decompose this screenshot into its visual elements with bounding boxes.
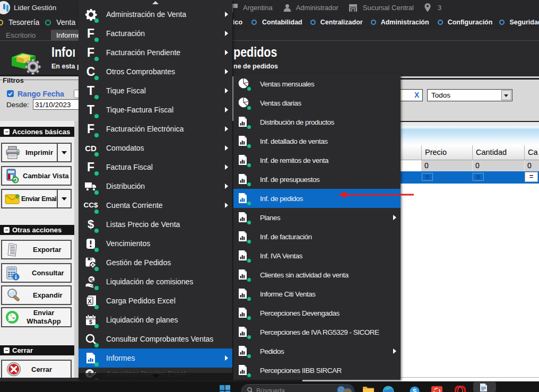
svg-text:X: X bbox=[88, 298, 92, 304]
svg-text:S: S bbox=[412, 388, 416, 392]
svg-text:$: $ bbox=[89, 318, 92, 325]
